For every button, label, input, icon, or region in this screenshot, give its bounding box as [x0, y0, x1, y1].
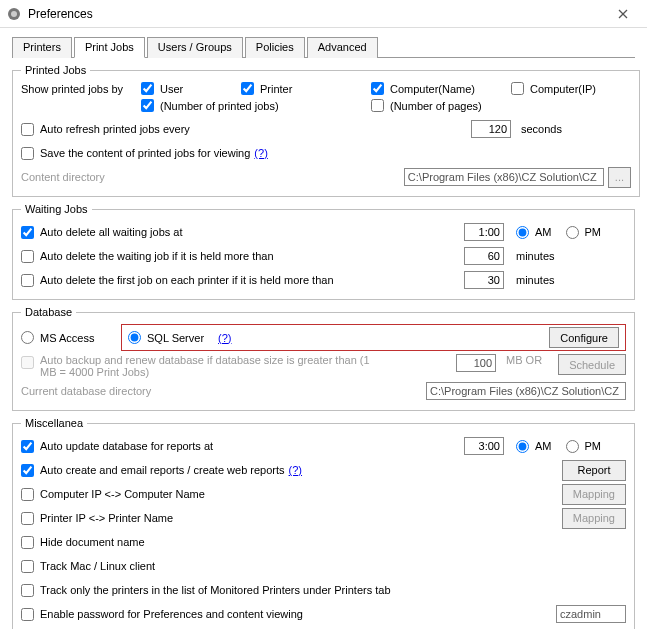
group-database: Database MS Access SQL Server (?) Config… — [12, 306, 635, 411]
chk-auto-backup: Auto backup and renew database if databa… — [21, 354, 381, 378]
minutes-label-2: minutes — [516, 274, 626, 286]
content-dir-label: Content directory — [21, 171, 281, 183]
chk-auto-delete-all[interactable]: Auto delete all waiting jobs at — [21, 226, 182, 239]
chk-auto-create-reports[interactable]: Auto create and email reports / create w… — [21, 464, 285, 477]
seconds-label: seconds — [521, 123, 631, 135]
chk-computer-ip-name[interactable]: Computer IP <-> Computer Name — [21, 488, 205, 501]
mapping-printer-button: Mapping — [562, 508, 626, 529]
hold-more-than-input[interactable] — [464, 247, 504, 265]
group-printed-jobs: Printed Jobs Show printed jobs by User P… — [12, 64, 640, 197]
current-db-dir-input — [426, 382, 626, 400]
legend-database: Database — [21, 306, 76, 318]
content-dir-input — [404, 168, 604, 186]
legend-waiting-jobs: Waiting Jobs — [21, 203, 92, 215]
auto-backup-mb-input — [456, 354, 496, 372]
radio-reports-am[interactable]: AM — [516, 440, 552, 453]
configure-button[interactable]: Configure — [549, 327, 619, 348]
tab-print-jobs[interactable]: Print Jobs — [74, 37, 145, 58]
chk-printer[interactable]: Printer — [241, 82, 371, 95]
radio-reports-pm[interactable]: PM — [566, 440, 602, 453]
help-sql-server[interactable]: (?) — [218, 332, 231, 344]
chk-enable-password[interactable]: Enable password for Preferences and cont… — [21, 608, 303, 621]
chk-track-only-monitored[interactable]: Track only the printers in the list of M… — [21, 584, 391, 597]
show-printed-jobs-label: Show printed jobs by — [21, 83, 141, 95]
mapping-computer-button: Mapping — [562, 484, 626, 505]
auto-refresh-seconds-input[interactable] — [471, 120, 511, 138]
radio-waiting-pm[interactable]: PM — [566, 226, 602, 239]
tab-bar: Printers Print Jobs Users / Groups Polic… — [12, 36, 635, 58]
legend-miscellanea: Miscellanea — [21, 417, 87, 429]
auto-delete-all-time-input[interactable] — [464, 223, 504, 241]
minutes-label-1: minutes — [516, 250, 626, 262]
first-job-minutes-input[interactable] — [464, 271, 504, 289]
browse-content-dir-button[interactable]: ... — [608, 167, 631, 188]
tab-users-groups[interactable]: Users / Groups — [147, 37, 243, 58]
help-auto-create[interactable]: (?) — [289, 464, 302, 476]
chk-computer-name[interactable]: Computer(Name) — [371, 82, 511, 95]
chk-computer-ip[interactable]: Computer(IP) — [511, 82, 631, 95]
titlebar: Preferences — [0, 0, 647, 28]
chk-hide-doc-name[interactable]: Hide document name — [21, 536, 145, 549]
report-button[interactable]: Report — [562, 460, 626, 481]
tab-advanced[interactable]: Advanced — [307, 37, 378, 58]
auto-update-time-input[interactable] — [464, 437, 504, 455]
radio-waiting-am[interactable]: AM — [516, 226, 552, 239]
radio-sql-server[interactable]: SQL Server — [128, 331, 204, 344]
group-miscellanea: Miscellanea Auto update database for rep… — [12, 417, 635, 629]
chk-hold-more-than[interactable]: Auto delete the waiting job if it is hel… — [21, 250, 274, 263]
close-button[interactable] — [603, 2, 643, 26]
mb-or-label: MB OR — [506, 354, 542, 366]
chk-num-jobs[interactable]: (Number of printed jobs) — [141, 99, 371, 112]
db-highlight-box: SQL Server (?) Configure — [121, 324, 626, 351]
tab-policies[interactable]: Policies — [245, 37, 305, 58]
enable-password-input — [556, 605, 626, 623]
svg-point-1 — [11, 11, 17, 17]
current-db-dir-label: Current database directory — [21, 385, 281, 397]
radio-ms-access[interactable]: MS Access — [21, 331, 121, 344]
legend-printed-jobs: Printed Jobs — [21, 64, 90, 76]
chk-auto-update[interactable]: Auto update database for reports at — [21, 440, 213, 453]
chk-first-job[interactable]: Auto delete the first job on each printe… — [21, 274, 334, 287]
chk-save-content[interactable]: Save the content of printed jobs for vie… — [21, 147, 250, 160]
window-title: Preferences — [28, 7, 603, 21]
chk-track-mac[interactable]: Track Mac / Linux client — [21, 560, 155, 573]
chk-printer-ip-name[interactable]: Printer IP <-> Printer Name — [21, 512, 173, 525]
chk-num-pages[interactable]: (Number of pages) — [371, 99, 631, 112]
help-save-content[interactable]: (?) — [254, 147, 267, 159]
tab-printers[interactable]: Printers — [12, 37, 72, 58]
schedule-button: Schedule — [558, 354, 626, 375]
group-waiting-jobs: Waiting Jobs Auto delete all waiting job… — [12, 203, 635, 300]
app-icon — [6, 6, 22, 22]
chk-user[interactable]: User — [141, 82, 241, 95]
chk-auto-refresh[interactable]: Auto refresh printed jobs every — [21, 123, 190, 136]
